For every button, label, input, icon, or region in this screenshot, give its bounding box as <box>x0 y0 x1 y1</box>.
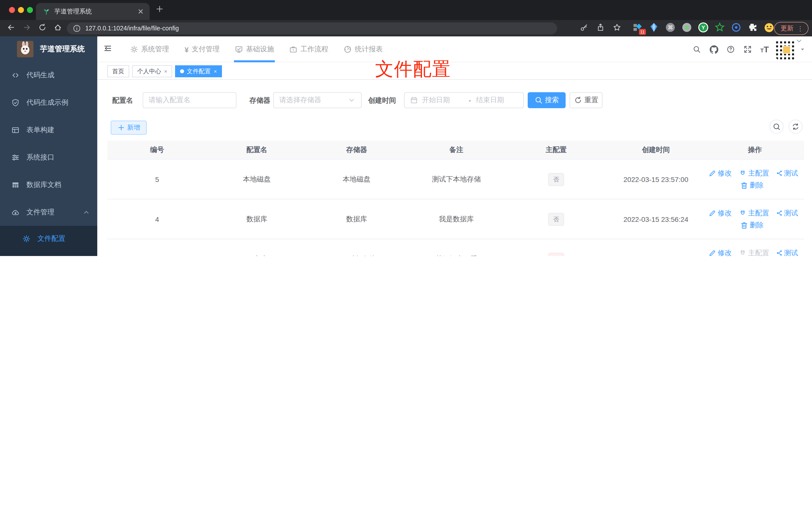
help-icon[interactable] <box>722 46 739 53</box>
column-header-1: 配置名 <box>207 145 307 154</box>
new-tab-button[interactable] <box>155 5 164 13</box>
cell-storage: S3 对象存储 <box>307 254 406 256</box>
toolbar-collapse-chevron-icon[interactable] <box>795 37 803 45</box>
trash-icon <box>740 181 748 189</box>
ext-gem-icon[interactable] <box>649 23 659 32</box>
avatar[interactable] <box>776 39 796 59</box>
infra-icon <box>235 46 243 53</box>
table-refresh-button[interactable] <box>788 120 803 133</box>
traffic-minimize-button[interactable] <box>18 7 24 13</box>
cell-id: 2 <box>107 255 207 256</box>
cell-name: 数据库 <box>207 215 307 223</box>
reset-button[interactable]: 重置 <box>570 92 603 108</box>
tag-close-icon[interactable]: × <box>214 68 217 74</box>
browser-menu-icon[interactable]: ⋮ <box>797 25 804 32</box>
sidebar-subitem-1[interactable]: 文件列表 <box>0 251 97 256</box>
main-content: 配置名 请输入配置名 存储器 请选择存储器 创建时间 开始日期 - 结束日期 搜… <box>97 80 812 256</box>
edit-action[interactable]: 修改 <box>708 248 732 256</box>
storage-select[interactable]: 请选择存储器 <box>273 92 361 108</box>
browser-tab[interactable]: 芋道管理系统 <box>36 3 150 20</box>
master-action[interactable]: 主配置 <box>739 169 769 178</box>
table-body: 5本地磁盘本地磁盘测试下本地存储否2022-03-15 23:57:00修改主配… <box>107 159 804 256</box>
delete-action[interactable]: 删除 <box>740 181 764 190</box>
nav-item-label: 支付管理 <box>192 45 220 54</box>
sidebar-item-3[interactable]: 系统接口 <box>0 144 97 171</box>
ext-ycircle-icon[interactable]: Y <box>698 23 708 32</box>
browser-update-button[interactable]: 更新 ⋮ <box>774 22 809 35</box>
table-row: 4数据库数据库我是数据库否2022-03-15 23:56:24修改主配置测试删… <box>107 200 804 239</box>
sidebar-item-0[interactable]: 代码生成 <box>0 61 97 89</box>
gauge-icon <box>344 46 352 53</box>
nav-item-2[interactable]: 基础设施 <box>234 36 275 62</box>
bookmark-star-icon[interactable] <box>613 24 621 31</box>
back-icon[interactable] <box>7 24 15 31</box>
master-action[interactable]: 主配置 <box>739 248 769 256</box>
search-button-label: 搜索 <box>545 96 559 105</box>
plus-icon <box>117 124 125 131</box>
config-name-input[interactable]: 请输入配置名 <box>143 92 236 108</box>
test-action[interactable]: 测试 <box>776 209 798 218</box>
edit-action[interactable]: 修改 <box>708 209 732 218</box>
sidebar-logo[interactable]: 芋道管理系统 <box>0 36 97 61</box>
sidebar-item-1[interactable]: 代码生成示例 <box>0 89 97 116</box>
sidebar-item-5[interactable]: 文件管理 <box>0 199 97 226</box>
search-button[interactable]: 搜索 <box>528 92 566 108</box>
add-button[interactable]: 新增 <box>111 121 147 134</box>
date-range-picker[interactable]: 开始日期 - 结束日期 <box>404 92 524 108</box>
nav-item-1[interactable]: ¥支付管理 <box>183 36 221 62</box>
tab-close-icon[interactable] <box>137 7 145 16</box>
ext-rings-icon[interactable] <box>731 23 741 32</box>
ext-star-icon[interactable] <box>715 23 725 32</box>
sidebar-submenu: 文件配置文件列表 <box>0 226 97 256</box>
code-icon <box>11 71 20 79</box>
edit-action[interactable]: 修改 <box>708 169 732 178</box>
nav-item-0[interactable]: 系统管理 <box>129 36 170 62</box>
fullscreen-icon[interactable] <box>739 46 756 53</box>
font-size-icon[interactable]: TT <box>756 45 773 54</box>
sidebar-item-label: 文件管理 <box>26 208 54 217</box>
tag-close-icon[interactable]: × <box>164 68 167 74</box>
reload-icon[interactable] <box>38 24 47 31</box>
sidebar-subitem-0[interactable]: 文件配置 <box>0 226 97 251</box>
shield-icon <box>11 98 20 107</box>
nav-item-3[interactable]: 工作流程 <box>289 36 329 62</box>
tag-1[interactable]: 个人中心× <box>132 65 172 77</box>
filter-time-label: 创建时间 <box>368 92 396 108</box>
cell-remark: 戴佩妮真可爱 <box>406 254 506 256</box>
site-info-icon[interactable] <box>73 24 81 32</box>
sidebar-item-label: 数据库文档 <box>26 180 61 189</box>
tag-2[interactable]: 文件配置× <box>175 65 222 77</box>
filter-storage-label: 存储器 <box>250 92 270 108</box>
sidebar-item-4[interactable]: 数据库文档 <box>0 171 97 199</box>
ext-greendot-icon[interactable] <box>682 23 692 32</box>
url-bar[interactable]: 127.0.0.1:1024/infra/file/file-config <box>67 23 557 34</box>
traffic-zoom-button[interactable] <box>27 7 33 13</box>
avatar-caret-icon[interactable] <box>800 47 805 52</box>
collapse-sidebar-icon[interactable] <box>104 44 112 52</box>
sidebar-item-2[interactable]: 表单构建 <box>0 116 97 144</box>
ext-cmd-icon[interactable]: ⌘ <box>665 23 675 32</box>
tag-0[interactable]: 首页× <box>107 65 129 77</box>
cell-name: 本地磁盘 <box>207 175 307 184</box>
password-key-icon[interactable] <box>580 24 588 31</box>
test-action[interactable]: 测试 <box>776 248 798 256</box>
header-icons: TT <box>688 36 812 62</box>
ext-puzzle-icon[interactable] <box>748 23 758 32</box>
table-search-toggle-button[interactable] <box>770 120 784 133</box>
test-action[interactable]: 测试 <box>776 169 798 178</box>
delete-action[interactable]: 删除 <box>740 220 764 230</box>
search-icon[interactable] <box>688 46 705 53</box>
share-icon <box>776 210 783 216</box>
cell-storage: 本地磁盘 <box>307 175 406 184</box>
favicon-sprout-icon <box>43 8 50 15</box>
forward-icon[interactable] <box>23 24 31 31</box>
ext-emoji-icon[interactable] <box>764 23 774 32</box>
sidebar: 芋道管理系统 代码生成代码生成示例表单构建系统接口数据库文档文件管理文件配置文件… <box>0 36 97 256</box>
github-icon[interactable] <box>705 44 722 54</box>
sidebar-item-label: 系统接口 <box>26 153 54 162</box>
home-icon[interactable] <box>54 24 62 31</box>
share-icon[interactable] <box>597 24 605 31</box>
ext-diamond-icon[interactable]: 11 <box>633 23 642 32</box>
traffic-close-button[interactable] <box>9 7 15 13</box>
master-action[interactable]: 主配置 <box>739 209 769 218</box>
